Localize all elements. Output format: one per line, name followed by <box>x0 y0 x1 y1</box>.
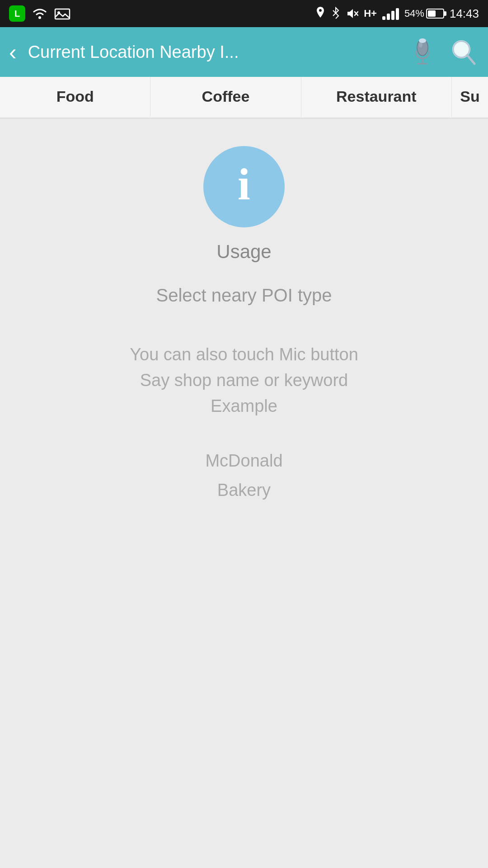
search-icon <box>450 38 477 67</box>
svg-rect-1 <box>55 9 70 19</box>
svg-point-9 <box>419 38 426 43</box>
instruction-line2: Say shop name or keyword <box>140 371 348 390</box>
main-content: i Usage Select neary POI type You can al… <box>0 119 488 868</box>
tab-food[interactable]: Food <box>0 77 150 118</box>
svg-point-0 <box>38 16 41 19</box>
usage-label: Usage <box>216 241 271 263</box>
tabs-container: Food Coffee Restaurant Su <box>0 77 488 119</box>
select-poi-text: Select neary POI type <box>156 285 332 306</box>
examples-block: McDonald Bakery <box>205 446 282 505</box>
instruction-block: You can also touch Mic button Say shop n… <box>130 342 358 419</box>
battery-indicator: 54% <box>404 8 444 19</box>
example-mcdonald: McDonald <box>205 451 282 470</box>
instruction-line1: You can also touch Mic button <box>130 345 358 364</box>
tab-restaurant[interactable]: Restaurant <box>301 77 452 118</box>
image-icon <box>54 7 70 20</box>
search-button[interactable] <box>447 36 479 68</box>
line-app-icon: L <box>9 5 25 22</box>
svg-line-12 <box>467 55 474 64</box>
mic-button[interactable] <box>407 36 438 68</box>
location-icon <box>315 7 326 20</box>
mute-icon <box>346 7 358 20</box>
example-bakery: Bakery <box>217 481 271 500</box>
tab-su[interactable]: Su <box>452 77 488 118</box>
status-bar-left: L <box>9 5 70 22</box>
mic-icon <box>409 38 436 67</box>
info-icon: i <box>238 162 250 207</box>
status-bar: L H+ <box>0 0 488 27</box>
tab-coffee[interactable]: Coffee <box>150 77 301 118</box>
signal-strength-icon <box>382 7 399 20</box>
bluetooth-icon <box>331 7 340 20</box>
wifi-icon <box>32 7 48 20</box>
instruction-line3: Example <box>211 396 277 415</box>
status-bar-right: H+ 54% 14:43 <box>315 7 479 21</box>
info-icon-circle: i <box>203 146 285 227</box>
clock: 14:43 <box>450 7 479 21</box>
network-type-label: H+ <box>364 8 377 19</box>
back-button[interactable]: ‹ <box>9 41 17 63</box>
app-header: ‹ Current Location Nearby I... <box>0 27 488 77</box>
header-title: Current Location Nearby I... <box>28 42 398 62</box>
